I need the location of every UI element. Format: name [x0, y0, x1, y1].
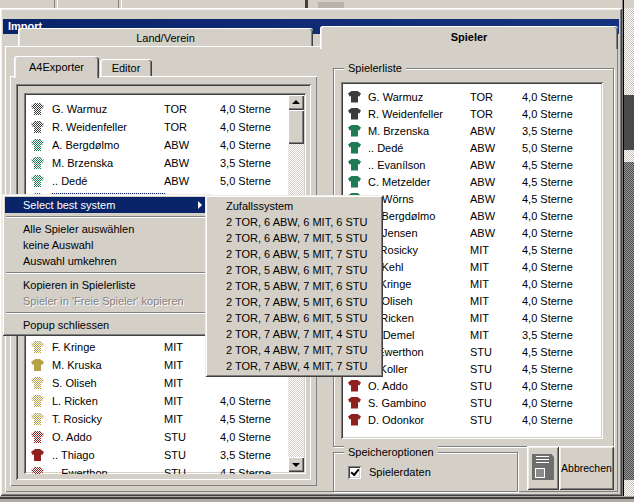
- jersey-icon: [31, 359, 44, 371]
- menu-item[interactable]: Select best system: [5, 197, 208, 213]
- player-position: ABW: [470, 142, 522, 154]
- menu-item[interactable]: Popup schliessen: [5, 317, 208, 333]
- scroll-up-button[interactable]: [288, 95, 304, 110]
- player-position: TOR: [470, 91, 522, 103]
- player-position: MIT: [470, 312, 522, 324]
- scroll-down-button[interactable]: [288, 457, 304, 472]
- player-rating: 4,0 Sterne: [220, 431, 289, 443]
- player-position: ABW: [470, 159, 522, 171]
- screen: Import Land/Verein Spieler A4Exporter Ed…: [0, 0, 634, 502]
- player-position: ABW: [470, 125, 522, 137]
- player-row[interactable]: D. OdonkorSTU4,0 Sterne: [342, 411, 602, 428]
- jersey-icon: [31, 467, 44, 474]
- player-position: MIT: [164, 377, 220, 389]
- player-name: F. Kringe: [368, 278, 470, 290]
- player-name: .. Ewerthon: [52, 467, 164, 474]
- player-row[interactable]: C. MetzelderABW4,5 Sterne: [342, 173, 602, 190]
- speicheroptionen-groupbox: Speicheroptionen Spielerdaten: [333, 452, 518, 492]
- player-name: G. Demel: [368, 329, 470, 341]
- player-row[interactable]: .. EwerthonSTU4,5 Sterne: [25, 464, 289, 474]
- player-row[interactable]: .. DedéABW5,0 Sterne: [25, 172, 289, 190]
- player-row[interactable]: R. WeidenfellerTOR4,0 Sterne: [25, 118, 289, 136]
- player-row[interactable]: L. RickenMIT4,0 Sterne: [25, 392, 289, 410]
- menu-item[interactable]: Zufallssystem: [208, 198, 380, 214]
- spielerdaten-checkbox[interactable]: [348, 466, 361, 479]
- cancel-button[interactable]: Abbrechen: [559, 446, 614, 490]
- player-position: MIT: [470, 278, 522, 290]
- player-position: ABW: [164, 157, 220, 169]
- player-name: M. Kruska: [52, 359, 164, 371]
- cancel-button-label: Abbrechen: [561, 462, 612, 474]
- menu-item[interactable]: 2 TOR, 7 ABW, 5 MIT, 6 STU: [208, 294, 380, 310]
- menu-item[interactable]: Auswahl umkehren: [5, 253, 208, 269]
- player-rating: 4,5 Sterne: [522, 346, 602, 358]
- player-row[interactable]: .. EvanílsonABW4,5 Sterne: [342, 156, 602, 173]
- player-row[interactable]: M. BrzenskaABW3,5 Sterne: [25, 154, 289, 172]
- scrollbar-thumb[interactable]: [288, 110, 304, 144]
- player-row[interactable]: .. DedéABW5,0 Sterne: [342, 139, 602, 156]
- player-name: C. Metzelder: [368, 176, 470, 188]
- player-name: M. Brzenska: [368, 125, 470, 137]
- player-row[interactable]: A. BergdølmoABW4,0 Sterne: [25, 136, 289, 154]
- player-name: C. Wörns: [368, 193, 470, 205]
- player-row[interactable]: O. AddoSTU4,0 Sterne: [25, 428, 289, 446]
- player-position: TOR: [164, 121, 220, 133]
- tab-land-verein[interactable]: Land/Verein: [18, 28, 313, 48]
- menu-item[interactable]: Alle Spieler auswählen: [5, 221, 208, 237]
- menu-item[interactable]: 2 TOR, 7 ABW, 6 MIT, 5 STU: [208, 310, 380, 326]
- menu-separator: [6, 216, 207, 218]
- menu-item[interactable]: 2 TOR, 4 ABW, 7 MIT, 7 STU: [208, 342, 380, 358]
- player-row[interactable]: R. WeidenfellerTOR4,0 Sterne: [342, 105, 602, 122]
- menu-item[interactable]: keine Auswahl: [5, 237, 208, 253]
- tab-editor[interactable]: Editor: [100, 59, 152, 77]
- player-rating: 4,0 Sterne: [522, 227, 602, 239]
- player-position: MIT: [470, 261, 522, 273]
- menu-item[interactable]: 2 TOR, 7 ABW, 7 MIT, 4 STU: [208, 326, 380, 342]
- player-name: O. Addo: [52, 431, 164, 443]
- player-position: STU: [470, 380, 522, 392]
- scroll-up-icon: [292, 100, 300, 104]
- player-position: STU: [470, 397, 522, 409]
- menu-item[interactable]: Kopieren in Spielerliste: [5, 277, 208, 293]
- player-rating: 4,0 Sterne: [522, 312, 602, 324]
- tab-a4exporter[interactable]: A4Exporter: [14, 56, 99, 78]
- menu-item[interactable]: 2 TOR, 5 ABW, 6 MIT, 7 STU: [208, 262, 380, 278]
- menu-item[interactable]: 2 TOR, 7 ABW, 4 MIT, 7 STU: [208, 358, 380, 374]
- player-position: ABW: [164, 175, 220, 187]
- player-position: ABW: [164, 139, 220, 151]
- player-row[interactable]: O. AddoSTU4,0 Sterne: [342, 377, 602, 394]
- jersey-icon: [348, 125, 361, 137]
- player-position: STU: [164, 449, 220, 461]
- player-rating: 4,5 Sterne: [522, 363, 602, 375]
- player-row[interactable]: G. WarmuzTOR4,0 Sterne: [342, 88, 602, 105]
- player-row[interactable]: S. GambinoSTU4,0 Sterne: [342, 394, 602, 411]
- player-rating: 3,5 Sterne: [220, 157, 289, 169]
- player-rating: 4,0 Sterne: [522, 397, 602, 409]
- save-button[interactable]: [527, 446, 559, 490]
- background-window-top-edge: [0, 0, 634, 8]
- menu-item[interactable]: 2 TOR, 5 ABW, 7 MIT, 6 STU: [208, 278, 380, 294]
- jersey-icon: [348, 414, 361, 426]
- player-row[interactable]: M. BrzenskaABW3,5 Sterne: [342, 122, 602, 139]
- player-row[interactable]: G. WarmuzTOR4,0 Sterne: [25, 100, 289, 118]
- player-rating: 3,5 Sterne: [220, 449, 289, 461]
- context-menu: Select best systemAlle Spieler auswählen…: [2, 194, 211, 336]
- player-position: ABW: [470, 193, 522, 205]
- player-rating: 4,0 Sterne: [522, 278, 602, 290]
- speicheroptionen-group-label: Speicheroptionen: [344, 446, 438, 459]
- jersey-icon: [348, 142, 361, 154]
- player-rating: 4,0 Sterne: [522, 414, 602, 426]
- menu-item[interactable]: 2 TOR, 6 ABW, 7 MIT, 5 STU: [208, 230, 380, 246]
- player-row[interactable]: T. RosickyMIT4,5 Sterne: [25, 410, 289, 428]
- spielerdaten-checkbox-label: Spielerdaten: [369, 466, 431, 479]
- tab-spieler[interactable]: Spieler: [320, 26, 618, 49]
- menu-item: Spieler in 'Freie Spieler' kopieren: [5, 293, 208, 309]
- player-position: TOR: [164, 103, 220, 115]
- player-row[interactable]: .. ThiagoSTU3,5 Sterne: [25, 446, 289, 464]
- player-position: MIT: [470, 244, 522, 256]
- player-rating: 4,5 Sterne: [522, 193, 602, 205]
- menu-item[interactable]: 2 TOR, 6 ABW, 5 MIT, 7 STU: [208, 246, 380, 262]
- menu-separator: [6, 312, 207, 314]
- menu-item[interactable]: 2 TOR, 6 ABW, 6 MIT, 6 STU: [208, 214, 380, 230]
- player-rating: 4,0 Sterne: [522, 91, 602, 103]
